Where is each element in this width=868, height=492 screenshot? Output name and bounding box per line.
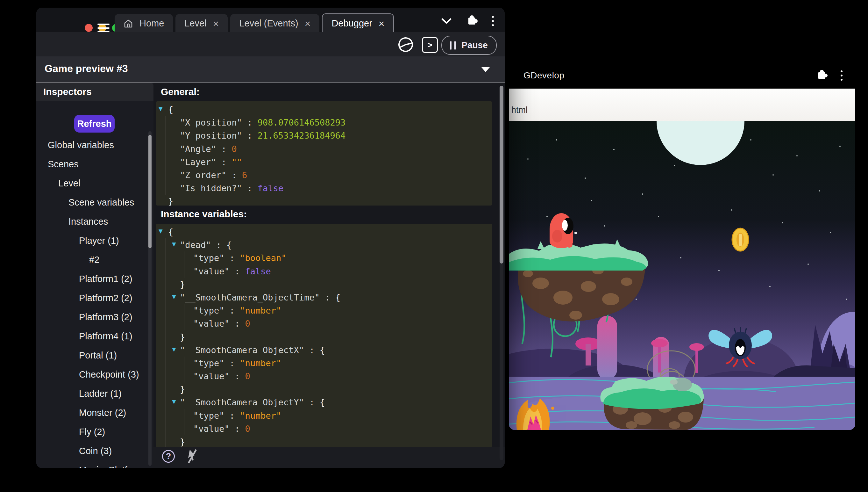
json-open-brace: ▼{ (156, 225, 492, 238)
json-row-z-order: "Z order" : 6 (166, 169, 492, 182)
profiler-icon[interactable] (397, 36, 414, 53)
inspectors-header: Inspectors (36, 82, 154, 101)
sidebar-scrollbar-thumb[interactable] (149, 135, 152, 248)
sidebar-item-movingplatform[interactable]: MovingPlatform (36, 461, 148, 468)
collapse-triangle-icon[interactable]: ▼ (172, 290, 176, 303)
json-row: "type" : "boolean" (193, 251, 492, 265)
sidebar-item-instances[interactable]: Instances (36, 212, 148, 231)
pause-button[interactable]: Pause (441, 36, 497, 55)
json-close-brace: } (166, 435, 492, 447)
sidebar-item-fly-2-[interactable]: Fly (2) (36, 422, 148, 441)
collapse-triangle-icon[interactable]: ▼ (159, 225, 163, 238)
collapse-triangle-icon[interactable]: ▼ (172, 238, 176, 251)
json-row-layer: "Layer" : "" (166, 155, 492, 169)
json-object-body: "type" : "boolean""value" : false (184, 251, 492, 277)
json-var--SmoothCamera-ObjectY: ▼"__SmoothCamera_ObjectY" : { (166, 396, 492, 409)
home-icon (124, 19, 133, 28)
json-open-brace: ▼{ (156, 103, 492, 116)
sidebar-item-monster-2-[interactable]: Monster (2) (36, 403, 148, 422)
instance-variables-json-panel: ▼{▼"dead" : {"type" : "boolean""value" :… (156, 224, 492, 447)
chevron-down-icon[interactable] (441, 18, 452, 25)
json-root-body: "X position" : 908.0706146508293"Y posit… (165, 116, 492, 195)
tab-strip: HomeLevel×Level (Events)×Debugger× (115, 14, 394, 33)
json-row-angle: "Angle" : 0 (166, 143, 492, 155)
general-json-panel: ▼{"X position" : 908.0706146508293"Y pos… (156, 101, 492, 205)
json-row: "type" : "number" (193, 356, 492, 370)
json-var--SmoothCamera-ObjectTime: ▼"__SmoothCamera_ObjectTime" : { (166, 291, 492, 304)
collapse-triangle-icon[interactable]: ▼ (172, 395, 176, 408)
sidebar-item-platform4-1-[interactable]: Platform4 (1) (36, 327, 148, 346)
tab-bar: HomeLevel×Level (Events)×Debugger× (36, 8, 505, 32)
coin (732, 228, 748, 251)
json-row-y-position: "Y position" : 21.65334236184964 (166, 129, 492, 142)
json-row: "value" : 0 (193, 370, 492, 383)
pause-icon (450, 41, 456, 50)
island-bottom (600, 377, 704, 430)
close-icon[interactable]: × (213, 19, 219, 29)
inspector-detail-panel: General: ▼{"X position" : 908.0706146508… (154, 82, 505, 468)
sidebar-item-scenes[interactable]: Scenes (36, 154, 148, 174)
close-icon[interactable]: × (305, 19, 311, 29)
collapse-triangle-icon[interactable]: ▼ (172, 343, 176, 356)
pause-label: Pause (462, 40, 488, 50)
tab-level[interactable]: Level× (176, 14, 228, 33)
json-var-dead: ▼"dead" : { (166, 238, 492, 251)
json-close-brace: } (166, 278, 492, 291)
json-object-body: "type" : "number""value" : 0 (184, 356, 492, 383)
json-row: "value" : 0 (193, 422, 492, 435)
hamburger-menu-icon[interactable] (98, 24, 109, 32)
sidebar-item-platform2-2-[interactable]: Platform2 (2) (36, 288, 148, 308)
sidebar-item--2[interactable]: #2 (36, 250, 148, 269)
tab-label: Debugger (332, 18, 372, 29)
traffic-light-close[interactable] (85, 24, 93, 32)
sidebar-item-checkpoint-3-[interactable]: Checkpoint (3) (36, 365, 148, 384)
tab-label: Level (Events) (239, 18, 298, 29)
game-window-title: GDevelop (524, 70, 564, 81)
tab-level-events-[interactable]: Level (Events)× (230, 14, 319, 33)
inspector-sidebar: Inspectors Refresh Global variablesScene… (36, 82, 154, 468)
json-object-body: "type" : "number""value" : 0 (184, 409, 492, 435)
refresh-button[interactable]: Refresh (74, 115, 115, 132)
tab-label: Home (139, 18, 164, 29)
tab-debugger[interactable]: Debugger× (322, 14, 394, 33)
sidebar-item-ladder-1-[interactable]: Ladder (1) (36, 384, 148, 403)
close-icon[interactable]: × (378, 19, 385, 29)
sidebar-item-player-1-[interactable]: Player (1) (36, 231, 148, 250)
sidebar-item-platform3-2-[interactable]: Platform3 (2) (36, 308, 148, 327)
extensions-icon[interactable] (468, 18, 475, 25)
json-row: "type" : "number" (193, 409, 492, 422)
chevron-down-icon[interactable] (481, 67, 490, 72)
debugger-toolbar: > Pause (36, 32, 505, 56)
inspector-tree: Global variablesScenesLevelScene variabl… (36, 136, 148, 468)
json-row: "type" : "number" (193, 304, 492, 317)
json-row: "value" : 0 (193, 317, 492, 330)
sidebar-item-global-variables[interactable]: Global variables (36, 136, 148, 154)
url-text: html (511, 105, 528, 115)
json-close-brace: } (156, 195, 492, 205)
debugger-window: HomeLevel×Level (Events)×Debugger× > Pau… (36, 8, 505, 468)
help-icon[interactable]: ? (162, 450, 175, 463)
game-canvas[interactable] (509, 121, 855, 430)
json-object-body: "type" : "number""value" : 0 (184, 304, 492, 330)
sidebar-item-coin-3-[interactable]: Coin (3) (36, 441, 148, 461)
window-scrollbar-thumb[interactable] (500, 86, 503, 264)
tab-label: Level (184, 18, 206, 29)
game-preview-title: Game preview #3 (45, 63, 128, 75)
sidebar-item-level[interactable]: Level (36, 174, 148, 193)
disable-picker-icon[interactable] (185, 448, 199, 464)
general-section-label: General: (161, 87, 200, 97)
kebab-menu-icon[interactable] (841, 70, 843, 81)
game-window-urlbar[interactable]: html (509, 89, 855, 121)
extensions-icon[interactable] (818, 72, 825, 79)
sidebar-item-scene-variables[interactable]: Scene variables (36, 193, 148, 212)
game-preview-header[interactable]: Game preview #3 (36, 56, 505, 82)
json-row-is-hidden-: "Is hidden?" : false (166, 182, 492, 195)
instance-variables-label: Instance variables: (161, 209, 247, 220)
tab-home[interactable]: Home (115, 14, 173, 33)
kebab-menu-icon[interactable] (492, 16, 494, 26)
collapse-triangle-icon[interactable]: ▼ (159, 102, 163, 115)
sidebar-item-platform1-2-[interactable]: Platform1 (2) (36, 269, 148, 288)
sidebar-item-portal-1-[interactable]: Portal (1) (36, 346, 148, 365)
game-window-titlebar: GDevelop (509, 62, 855, 89)
console-icon[interactable]: > (422, 37, 438, 53)
